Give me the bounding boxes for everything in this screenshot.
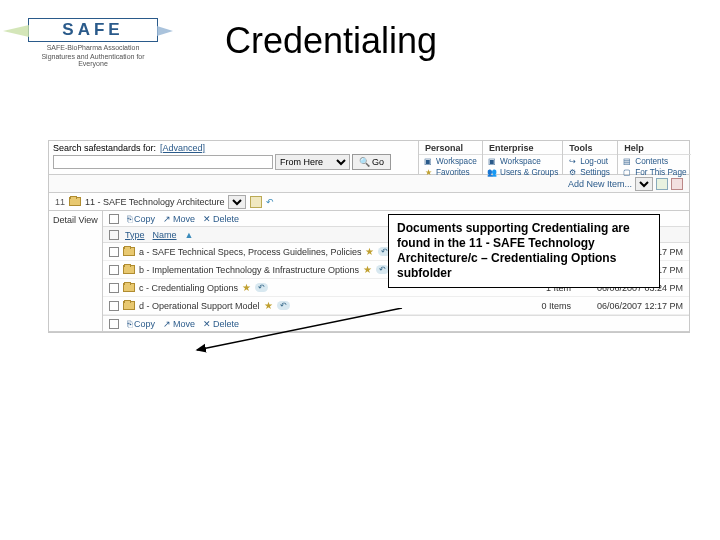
workspace-icon: ▣ bbox=[487, 156, 497, 166]
header-checkbox[interactable] bbox=[109, 230, 119, 240]
move-icon: ↗ bbox=[163, 319, 171, 329]
sort-icon[interactable]: ▲ bbox=[185, 230, 194, 240]
add-new-select[interactable] bbox=[635, 177, 653, 191]
nav-help: Help ▤Contents ▢For This Page bbox=[618, 141, 690, 174]
nav-tools: Tools ↪Log-out ⚙Settings bbox=[563, 141, 618, 174]
nav-help-forpage[interactable]: ▢For This Page bbox=[622, 167, 686, 177]
undo-icon[interactable]: ↶ bbox=[277, 301, 290, 310]
undo-icon[interactable]: ↶ bbox=[266, 197, 274, 207]
star-icon: ★ bbox=[264, 300, 273, 311]
folder-icon bbox=[123, 265, 135, 274]
detail-view-label: Detail View bbox=[53, 215, 98, 225]
star-icon: ★ bbox=[363, 264, 372, 275]
copy-icon: ⎘ bbox=[127, 214, 132, 224]
undo-icon[interactable]: ↶ bbox=[376, 265, 389, 274]
star-icon: ★ bbox=[423, 167, 433, 177]
folder-icon bbox=[123, 247, 135, 256]
nav-enterprise-users[interactable]: 👥Users & Groups bbox=[487, 167, 558, 177]
logout-icon: ↪ bbox=[567, 156, 577, 166]
star-icon: ★ bbox=[365, 246, 374, 257]
nav-enterprise-workspace[interactable]: ▣Workspace bbox=[487, 156, 558, 166]
go-button[interactable]: 🔍 Go bbox=[352, 154, 391, 170]
table-row[interactable]: d - Operational Support Model★↶0 Items06… bbox=[103, 297, 689, 315]
top-bar: Search safestandards for: [Advanced] Fro… bbox=[49, 141, 689, 175]
logo-org: SAFE-BioPharma Association bbox=[28, 44, 158, 51]
search-icon: 🔍 bbox=[359, 157, 370, 167]
nav-tools-logout[interactable]: ↪Log-out bbox=[567, 156, 610, 166]
move-icon: ↗ bbox=[163, 214, 171, 224]
search-label: Search safestandards for: bbox=[53, 143, 156, 153]
nav-personal: Personal ▣Workspace ★Favorites bbox=[419, 141, 483, 174]
page-icon: ▢ bbox=[622, 167, 632, 177]
copy-icon: ⎘ bbox=[127, 319, 132, 329]
logo-triangle-left bbox=[3, 25, 29, 37]
page-title: Credentialing bbox=[225, 20, 437, 62]
logo-text: SAFE bbox=[28, 18, 158, 42]
workspace-icon: ▣ bbox=[423, 156, 433, 166]
folder-icon bbox=[123, 283, 135, 292]
gear-icon: ⚙ bbox=[567, 167, 577, 177]
add-new-label[interactable]: Add New Item... bbox=[568, 179, 632, 189]
safe-logo: SAFE SAFE-BioPharma Association Signatur… bbox=[28, 18, 158, 67]
logo-tagline: Signatures and Authentication for Everyo… bbox=[28, 53, 158, 67]
folder-icon bbox=[69, 197, 81, 206]
delete-icon: ✕ bbox=[203, 214, 211, 224]
star-icon: ★ bbox=[242, 282, 251, 293]
nav-tools-settings[interactable]: ⚙Settings bbox=[567, 167, 610, 177]
move-button-bottom[interactable]: ↗Move bbox=[163, 319, 195, 329]
detail-view-panel: Detail View bbox=[49, 211, 103, 331]
logo-triangle-right bbox=[157, 26, 173, 36]
search-area: Search safestandards for: [Advanced] Fro… bbox=[49, 141, 419, 174]
row-checkbox[interactable] bbox=[109, 247, 119, 257]
users-icon: 👥 bbox=[487, 167, 497, 177]
annotation-callout: Documents supporting Credentialing are f… bbox=[388, 214, 660, 288]
copy-button-bottom[interactable]: ⎘Copy bbox=[127, 319, 155, 329]
row-checkbox[interactable] bbox=[109, 283, 119, 293]
search-scope-select[interactable]: From Here bbox=[275, 154, 350, 170]
nav-personal-favorites[interactable]: ★Favorites bbox=[423, 167, 477, 177]
move-button[interactable]: ↗Move bbox=[163, 214, 195, 224]
breadcrumb-bar: 11 11 - SAFE Technology Architecture ↶ bbox=[49, 193, 689, 211]
nav-help-header[interactable]: Help bbox=[618, 141, 690, 155]
row-checkbox[interactable] bbox=[109, 301, 119, 311]
list-toolbar-bottom: ⎘Copy ↗Move ✕Delete bbox=[103, 315, 689, 331]
nav-tools-header[interactable]: Tools bbox=[563, 141, 617, 155]
name-column-header[interactable]: Name bbox=[153, 230, 177, 240]
advanced-search-link[interactable]: [Advanced] bbox=[160, 143, 205, 153]
nav-enterprise: Enterprise ▣Workspace 👥Users & Groups bbox=[483, 141, 563, 174]
breadcrumb-folder[interactable]: 11 - SAFE Technology Architecture bbox=[85, 197, 224, 207]
delete-icon: ✕ bbox=[203, 319, 211, 329]
nav-enterprise-header[interactable]: Enterprise bbox=[483, 141, 562, 155]
row-checkbox[interactable] bbox=[109, 265, 119, 275]
add-new-bar: Add New Item... bbox=[49, 175, 689, 193]
type-column-header[interactable]: Type bbox=[125, 230, 145, 240]
path-action-icon[interactable] bbox=[250, 196, 262, 208]
row-date: 06/06/2007 12:17 PM bbox=[583, 301, 683, 311]
new-item-icon[interactable] bbox=[656, 178, 668, 190]
book-icon: ▤ bbox=[622, 156, 632, 166]
path-dropdown[interactable] bbox=[228, 195, 246, 209]
search-input[interactable] bbox=[53, 155, 273, 169]
path-number: 11 bbox=[55, 197, 65, 207]
select-all-checkbox-bottom[interactable] bbox=[109, 319, 119, 329]
nav-help-contents[interactable]: ▤Contents bbox=[622, 156, 686, 166]
delete-button-bottom[interactable]: ✕Delete bbox=[203, 319, 239, 329]
select-all-checkbox[interactable] bbox=[109, 214, 119, 224]
row-count: 0 Items bbox=[529, 301, 579, 311]
copy-button[interactable]: ⎘Copy bbox=[127, 214, 155, 224]
new-item-icon-2[interactable] bbox=[671, 178, 683, 190]
nav-personal-header[interactable]: Personal bbox=[419, 141, 482, 155]
folder-icon bbox=[123, 301, 135, 310]
delete-button[interactable]: ✕Delete bbox=[203, 214, 239, 224]
undo-icon[interactable]: ↶ bbox=[255, 283, 268, 292]
row-name[interactable]: d - Operational Support Model★↶ bbox=[139, 300, 525, 311]
nav-personal-workspace[interactable]: ▣Workspace bbox=[423, 156, 477, 166]
